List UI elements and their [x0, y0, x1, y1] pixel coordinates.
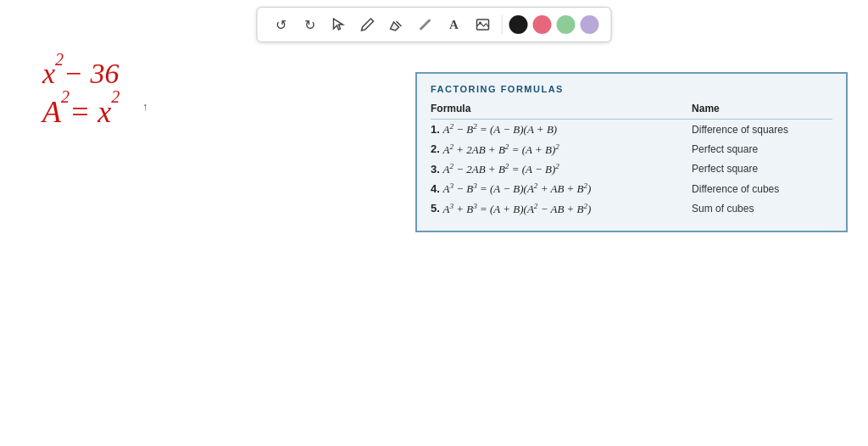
formula-num-5: 5.: [431, 203, 442, 215]
formulas-box: FACTORING FORMULAS Formula Name 1. A2 − …: [415, 72, 848, 232]
col-name-header: Name: [692, 103, 832, 120]
formula-row-4: 4. A3 − B3 = (A − B)(A2 + AB + B2)Differ…: [431, 179, 832, 198]
color-green[interactable]: [557, 15, 576, 34]
hw-A: A: [42, 97, 61, 127]
formula-cell-2: 2. A2 + 2AB + B2 = (A + B)2: [431, 139, 692, 159]
formula-name-1: Difference of squares: [692, 120, 832, 140]
formula-num-2: 2.: [431, 143, 442, 156]
formula-name-4: Difference of cubes: [692, 179, 832, 198]
divider: [502, 15, 503, 34]
col-formula-header: Formula: [431, 103, 692, 120]
toolbar: ↺ ↻ A: [257, 7, 612, 42]
formula-name-3: Perfect square: [692, 159, 832, 179]
handwritten-area: x 2 − 36 A 2 = x 2 ↑: [42, 59, 120, 127]
select-button[interactable]: [327, 13, 351, 36]
svg-point-1: [479, 22, 481, 25]
formula-math-2: A2 + 2AB + B2 = (A + B)2: [442, 143, 559, 156]
color-black[interactable]: [509, 15, 528, 34]
formula-cell-3: 3. A2 − 2AB + B2 = (A − B)2: [431, 159, 692, 179]
formula-num-4: 4.: [431, 182, 442, 195]
image-button[interactable]: [471, 13, 495, 36]
formula-math-5: A3 + B3 = (A + B)(A2 − AB + B2): [442, 203, 591, 215]
redo-button[interactable]: ↻: [298, 13, 322, 36]
text-button[interactable]: A: [442, 13, 466, 36]
color-purple[interactable]: [581, 15, 599, 34]
formula-math-3: A2 − 2AB + B2 = (A − B)2: [442, 163, 559, 176]
formula-cell-1: 1. A2 − B2 = (A − B)(A + B): [431, 120, 692, 140]
formula-cell-4: 4. A3 − B3 = (A − B)(A2 + AB + B2): [431, 179, 692, 198]
formula-row-2: 2. A2 + 2AB + B2 = (A + B)2Perfect squar…: [431, 139, 832, 159]
eraser-button[interactable]: [385, 13, 409, 36]
formula-name-2: Perfect square: [692, 139, 832, 159]
formula-row-5: 5. A3 + B3 = (A + B)(A2 − AB + B2)Sum of…: [431, 198, 832, 218]
marker-button[interactable]: [414, 13, 437, 36]
hw-minus36: − 36: [64, 59, 119, 88]
handwritten-line1: x 2 − 36: [42, 59, 120, 88]
cursor-text: ↑: [142, 100, 148, 114]
formula-row-1: 1. A2 − B2 = (A − B)(A + B)Difference of…: [431, 120, 832, 140]
hw-x: x: [42, 59, 55, 88]
formulas-table: Formula Name 1. A2 − B2 = (A − B)(A + B)…: [431, 103, 832, 219]
hw-eq: = x: [70, 97, 111, 127]
undo-button[interactable]: ↺: [270, 13, 293, 36]
formulas-title: FACTORING FORMULAS: [431, 84, 832, 94]
formula-num-1: 1.: [431, 123, 442, 136]
formula-name-5: Sum of cubes: [692, 198, 832, 218]
formula-num-3: 3.: [431, 163, 442, 176]
formula-math-4: A3 − B3 = (A − B)(A2 + AB + B2): [442, 182, 591, 195]
formula-cell-5: 5. A3 + B3 = (A + B)(A2 − AB + B2): [431, 198, 692, 218]
handwritten-line2: A 2 = x 2: [42, 97, 120, 127]
formula-math-1: A2 − B2 = (A − B)(A + B): [442, 123, 557, 136]
pen-button[interactable]: [356, 13, 380, 36]
formula-row-3: 3. A2 − 2AB + B2 = (A − B)2Perfect squar…: [431, 159, 832, 179]
color-red[interactable]: [533, 15, 552, 34]
